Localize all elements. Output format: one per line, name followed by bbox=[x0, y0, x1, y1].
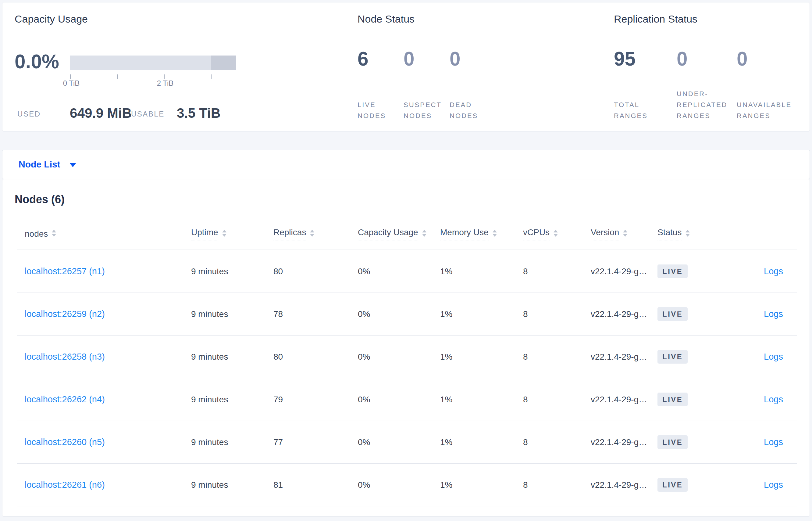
sort-desc-icon bbox=[623, 234, 627, 237]
caret-down-icon bbox=[70, 163, 76, 167]
column-header-label: Capacity Usage bbox=[358, 228, 418, 240]
replicas-cell: 79 bbox=[273, 395, 358, 405]
table-row: localhost:26261 (n6)9 minutes810%1%8v22.… bbox=[17, 463, 797, 506]
node-address-link[interactable]: localhost:26261 (n6) bbox=[25, 480, 105, 490]
view-selector-bar: Node List bbox=[2, 150, 810, 179]
logs-link[interactable]: Logs bbox=[764, 309, 783, 319]
node-address-link[interactable]: localhost:26262 (n4) bbox=[25, 394, 105, 404]
logs-link[interactable]: Logs bbox=[764, 266, 783, 276]
column-header-label: Memory Use bbox=[440, 228, 488, 240]
capacity-usage-cell: 0% bbox=[358, 395, 440, 405]
node-cell: localhost:26258 (n3) bbox=[17, 352, 191, 362]
cluster-summary-panel: Capacity Usage 0.0% 0 TiB 2 TiB USED 649… bbox=[2, 2, 810, 132]
node-cell: localhost:26257 (n1) bbox=[17, 266, 191, 276]
vcpus-cell: 8 bbox=[523, 267, 591, 276]
column-header-label: Uptime bbox=[191, 228, 218, 240]
vcpus-cell: 8 bbox=[523, 352, 591, 362]
status-cell: LIVE bbox=[658, 478, 724, 492]
column-header-label: Version bbox=[591, 228, 619, 240]
summary-metric: 0UNAVAILABLE RANGES bbox=[737, 48, 804, 121]
node-cell: localhost:26262 (n4) bbox=[17, 394, 191, 405]
sort-icon bbox=[222, 230, 226, 237]
logs-link[interactable]: Logs bbox=[764, 437, 783, 447]
column-header-label: Status bbox=[658, 228, 682, 240]
logs-cell: Logs bbox=[724, 352, 797, 362]
sort-icon bbox=[310, 230, 314, 237]
logs-cell: Logs bbox=[724, 266, 797, 276]
sort-asc-icon bbox=[686, 230, 690, 232]
table-row: localhost:26260 (n5)9 minutes770%1%8v22.… bbox=[17, 421, 797, 463]
node-address-link[interactable]: localhost:26260 (n5) bbox=[25, 437, 105, 447]
sort-icon bbox=[553, 230, 558, 237]
metric-value: 0 bbox=[677, 48, 737, 70]
status-badge: LIVE bbox=[658, 392, 688, 406]
column-header-label: nodes bbox=[25, 229, 48, 239]
status-badge: LIVE bbox=[658, 478, 688, 492]
uptime-cell: 9 minutes bbox=[191, 267, 273, 276]
vcpus-cell: 8 bbox=[523, 437, 591, 447]
table-row: localhost:26259 (n2)9 minutes780%1%8v22.… bbox=[17, 293, 797, 336]
memory-use-cell: 1% bbox=[440, 309, 523, 319]
column-header-nodes[interactable]: nodes bbox=[17, 229, 191, 239]
status-cell: LIVE bbox=[658, 392, 724, 406]
sort-icon bbox=[686, 230, 690, 237]
logs-cell: Logs bbox=[724, 480, 797, 490]
status-badge: LIVE bbox=[658, 265, 688, 278]
sort-asc-icon bbox=[623, 230, 627, 232]
sort-desc-icon bbox=[686, 234, 690, 237]
capacity-usage-cell: 0% bbox=[358, 309, 440, 319]
sort-asc-icon bbox=[422, 230, 426, 232]
status-badge: LIVE bbox=[658, 435, 688, 449]
column-header-memory-use[interactable]: Memory Use bbox=[440, 228, 523, 240]
replication-status-metrics: 95TOTAL RANGES0UNDER- REPLICATED RANGES0… bbox=[2, 48, 810, 121]
memory-use-cell: 1% bbox=[440, 267, 523, 276]
uptime-cell: 9 minutes bbox=[191, 352, 273, 362]
logs-link[interactable]: Logs bbox=[764, 480, 783, 490]
sort-icon bbox=[493, 230, 497, 237]
column-header-uptime[interactable]: Uptime bbox=[191, 228, 273, 240]
vcpus-cell: 8 bbox=[523, 480, 591, 490]
node-address-link[interactable]: localhost:26257 (n1) bbox=[25, 266, 105, 276]
sort-desc-icon bbox=[493, 234, 497, 237]
version-cell: v22.1.4-29-g… bbox=[591, 267, 658, 276]
logs-link[interactable]: Logs bbox=[764, 394, 783, 404]
logs-cell: Logs bbox=[724, 394, 797, 405]
metric-value: 0 bbox=[737, 48, 804, 70]
sort-asc-icon bbox=[222, 230, 226, 232]
node-address-link[interactable]: localhost:26259 (n2) bbox=[25, 309, 105, 319]
replicas-cell: 78 bbox=[273, 309, 358, 319]
version-cell: v22.1.4-29-g… bbox=[591, 437, 658, 447]
capacity-usage-cell: 0% bbox=[358, 352, 440, 362]
replication-status-title: Replication Status bbox=[614, 12, 697, 26]
memory-use-cell: 1% bbox=[440, 352, 523, 362]
column-header-version[interactable]: Version bbox=[591, 228, 658, 240]
node-list-dropdown-label: Node List bbox=[19, 159, 61, 169]
logs-cell: Logs bbox=[724, 437, 797, 447]
capacity-usage-cell: 0% bbox=[358, 480, 440, 490]
replicas-cell: 80 bbox=[273, 352, 358, 362]
column-header-status[interactable]: Status bbox=[658, 228, 724, 240]
column-header-capacity-usage[interactable]: Capacity Usage bbox=[358, 228, 440, 240]
vcpus-cell: 8 bbox=[523, 309, 591, 319]
sort-icon bbox=[422, 230, 426, 237]
node-cell: localhost:26259 (n2) bbox=[17, 309, 191, 319]
column-header-replicas[interactable]: Replicas bbox=[273, 228, 358, 240]
status-badge: LIVE bbox=[658, 307, 688, 321]
sort-desc-icon bbox=[222, 234, 226, 237]
replicas-cell: 80 bbox=[273, 267, 358, 276]
metric-value: 95 bbox=[614, 48, 677, 70]
logs-link[interactable]: Logs bbox=[764, 352, 783, 361]
uptime-cell: 9 minutes bbox=[191, 480, 273, 490]
node-list-dropdown[interactable]: Node List bbox=[19, 159, 76, 169]
node-status-title: Node Status bbox=[358, 12, 414, 26]
table-header-row: nodesUptimeReplicasCapacity UsageMemory … bbox=[17, 219, 797, 250]
table-row: localhost:26257 (n1)9 minutes800%1%8v22.… bbox=[17, 250, 797, 293]
sort-desc-icon bbox=[310, 234, 314, 237]
node-address-link[interactable]: localhost:26258 (n3) bbox=[25, 352, 105, 361]
column-header-vcpus[interactable]: vCPUs bbox=[523, 228, 591, 240]
version-cell: v22.1.4-29-g… bbox=[591, 352, 658, 362]
capacity-usage-title: Capacity Usage bbox=[15, 12, 88, 26]
column-header-label: Replicas bbox=[273, 228, 306, 240]
replicas-cell: 81 bbox=[273, 480, 358, 490]
status-cell: LIVE bbox=[658, 350, 724, 364]
